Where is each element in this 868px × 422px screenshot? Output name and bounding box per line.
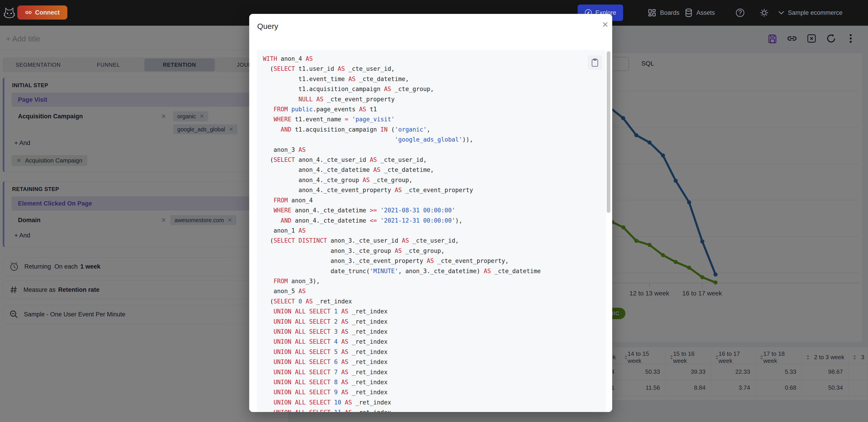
help-button[interactable] <box>735 7 746 18</box>
sql-code-text: WITH anon_4 AS (SELECT t1.user_id AS _ct… <box>263 54 541 412</box>
workspace-switcher[interactable]: Sample ecommerce <box>778 5 842 21</box>
boards-icon <box>648 8 656 17</box>
gear-icon <box>759 8 769 18</box>
app-root: Connect Explore Boards Assets <box>0 0 868 422</box>
assets-database-icon <box>685 8 693 17</box>
copy-code-button[interactable] <box>588 55 602 70</box>
boards-label: Boards <box>660 9 680 17</box>
query-modal: Query ✕ WITH anon_4 AS (SELECT t1.user_i… <box>249 14 612 412</box>
connect-button[interactable]: Connect <box>17 5 67 20</box>
settings-button[interactable] <box>759 7 770 18</box>
sql-code-block: WITH anon_4 AS (SELECT t1.user_id AS _ct… <box>257 50 606 412</box>
link-icon <box>25 10 32 15</box>
nav-assets[interactable]: Assets <box>685 5 715 21</box>
close-icon[interactable]: ✕ <box>602 20 609 29</box>
modal-title: Query <box>257 22 278 31</box>
nav-boards[interactable]: Boards <box>648 5 680 21</box>
chevron-down-icon <box>778 11 784 14</box>
workspace-label: Sample ecommerce <box>788 9 842 17</box>
help-icon <box>735 8 745 18</box>
connect-label: Connect <box>35 9 60 16</box>
clipboard-icon <box>591 58 598 67</box>
assets-label: Assets <box>696 9 715 17</box>
modal-scrollbar[interactable] <box>607 51 610 213</box>
app-logo-cat-icon[interactable] <box>4 7 15 19</box>
